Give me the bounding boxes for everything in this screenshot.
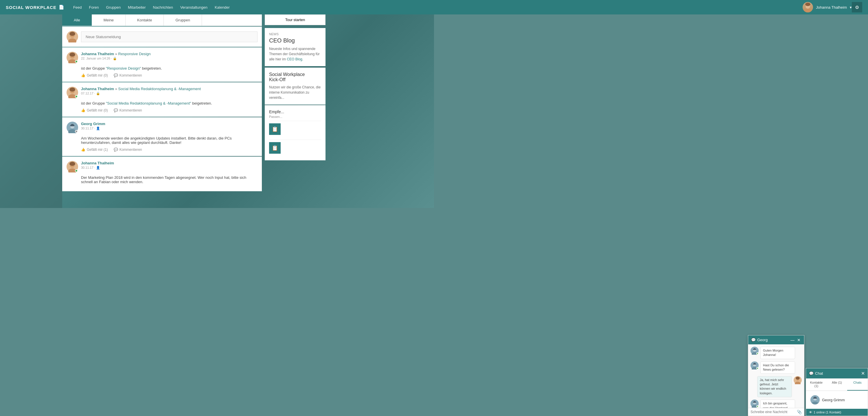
tab-alle[interactable]: Alle xyxy=(62,14,92,26)
post-1-comment[interactable]: 💬 Kommentieren xyxy=(114,73,142,77)
logo-icon: 📄 xyxy=(59,5,64,10)
online-indicator xyxy=(75,95,78,98)
news-label: News xyxy=(269,32,321,36)
post-1-author: Johanna Thalheim xyxy=(81,52,114,56)
comment-icon: 💬 xyxy=(114,148,118,152)
post-2-group: Social Media Redaktionsplanung & -Manage… xyxy=(118,87,201,91)
offline-indicator xyxy=(75,130,78,133)
like-icon: 👍 xyxy=(81,108,85,112)
content-wrapper: Alle Meine Kontakte Gruppen xyxy=(0,14,434,208)
tour-button[interactable]: Tour starten xyxy=(265,14,326,25)
post-4-author: Johanna Thalheim xyxy=(81,161,114,165)
post-3: Georg Grimm 30.11.17 · 👤 Am Wochenende w… xyxy=(62,117,262,156)
post-4-meta: Johanna Thalheim 30.11.17 · 👤 xyxy=(81,161,257,170)
post-1-actions: 👍 Gefällt mir (0) 💬 Kommentieren xyxy=(66,73,257,77)
post-4: Johanna Thalheim 30.11.17 · 👤 Der Market… xyxy=(62,157,262,191)
tab-gruppen[interactable]: Gruppen xyxy=(164,14,202,26)
post-1-header: Johanna Thalheim » Responsive Design 22.… xyxy=(66,52,257,63)
like-icon: 👍 xyxy=(81,148,85,152)
ceo-blog-link[interactable]: CEO Blog. xyxy=(287,57,303,61)
svg-point-11 xyxy=(69,53,75,57)
empf-title: Empfe... xyxy=(269,109,321,114)
ceo-blog-title: CEO Blog xyxy=(269,37,321,44)
post-2-meta: Johanna Thalheim » Social Media Redaktio… xyxy=(81,87,257,95)
social-workplace-title: Social WorkplaceKick-Off xyxy=(269,72,321,82)
post-3-date: 30.11.17 · 👤 xyxy=(81,127,257,130)
post-2-title: Johanna Thalheim » Social Media Redaktio… xyxy=(81,87,257,91)
post-2-author: Johanna Thalheim xyxy=(81,87,114,91)
comment-icon: 💬 xyxy=(114,73,118,77)
status-avatar xyxy=(66,31,78,42)
recommendations-section: Empfe... Passen... 📋 📋 xyxy=(265,105,326,160)
post-2: Johanna Thalheim » Social Media Redaktio… xyxy=(62,82,262,117)
post-3-author: Georg Grimm xyxy=(81,122,105,126)
post-4-title: Johanna Thalheim xyxy=(81,161,257,165)
nav-foren[interactable]: Foren xyxy=(89,5,99,9)
post-2-date: 07.12.17 · 🔒 xyxy=(81,92,257,95)
post-2-comment[interactable]: 💬 Kommentieren xyxy=(114,108,142,112)
empf-icon-2: 📋 xyxy=(269,142,281,154)
nav-veranstaltungen[interactable]: Veranstaltungen xyxy=(180,5,208,9)
status-input[interactable] xyxy=(81,32,257,42)
post-1-arrow: » xyxy=(115,52,118,56)
post-2-group-link[interactable]: "Social Media Redaktionsplanung & -Manag… xyxy=(106,101,191,105)
post-2-content: ist der Gruppe "Social Media Redaktionsp… xyxy=(66,101,257,105)
empf-item-2: 📋 xyxy=(269,140,321,156)
post-4-header: Johanna Thalheim 30.11.17 · 👤 xyxy=(66,161,257,172)
post-4-content: Der Marketing Plan 2018 wird in den komm… xyxy=(66,175,257,184)
post-3-header: Georg Grimm 30.11.17 · 👤 xyxy=(66,122,257,133)
svg-point-7 xyxy=(69,32,75,36)
feed-area: Alle Meine Kontakte Gruppen xyxy=(62,14,262,208)
post-2-avatar xyxy=(66,87,78,98)
post-1-avatar xyxy=(66,52,78,63)
post-3-content: Am Wochenende werden die angekündigten U… xyxy=(66,136,257,145)
post-2-like[interactable]: 👍 Gefällt mir (0) xyxy=(81,108,108,112)
nav-mitarbeiter[interactable]: Mitarbeiter xyxy=(128,5,146,9)
tab-bar: Alle Meine Kontakte Gruppen xyxy=(62,14,262,26)
header: SOCIAL WORKPLACE 📄 Feed Foren Gruppen Mi… xyxy=(0,0,434,14)
nav-feed[interactable]: Feed xyxy=(73,5,82,9)
post-1-date: 22. Januar um 14:26 · 🔒 xyxy=(81,57,257,60)
online-indicator xyxy=(75,169,78,172)
svg-point-15 xyxy=(69,88,75,92)
social-workplace-text: Nutzen wir die große Chance, die interne… xyxy=(269,84,321,100)
post-1-content: ist der Gruppe "Responsive Design" beige… xyxy=(66,66,257,70)
nav-gruppen[interactable]: Gruppen xyxy=(106,5,121,9)
post-1: Johanna Thalheim » Responsive Design 22.… xyxy=(62,47,262,82)
post-1-group: Responsive Design xyxy=(118,52,151,56)
empf-icon-1: 📋 xyxy=(269,124,281,135)
sidebar-right: Tour starten News CEO Blog Neueste Infos… xyxy=(265,14,326,208)
post-3-actions: 👍 Gefällt mir (1) 💬 Kommentieren xyxy=(66,148,257,152)
online-indicator xyxy=(75,60,78,63)
post-4-avatar xyxy=(66,161,78,172)
status-box xyxy=(62,27,262,47)
comment-icon: 💬 xyxy=(114,108,118,112)
logo: SOCIAL WORKPLACE 📄 xyxy=(6,5,64,10)
news-section: News CEO Blog Neueste Infos und spannend… xyxy=(265,28,326,66)
tab-meine[interactable]: Meine xyxy=(92,14,126,26)
social-workplace-section: Social WorkplaceKick-Off Nutzen wir die … xyxy=(265,68,326,105)
main-container: Alle Meine Kontakte Gruppen xyxy=(0,14,434,208)
post-1-group-link[interactable]: "Responsive Design" xyxy=(106,66,141,70)
nav-nachrichten[interactable]: Nachrichten xyxy=(153,5,173,9)
post-3-title: Georg Grimm xyxy=(81,122,257,126)
nav-kalender[interactable]: Kalender xyxy=(215,5,230,9)
empf-item-1: 📋 xyxy=(269,121,321,137)
post-4-date: 30.11.17 · 👤 xyxy=(81,166,257,170)
post-3-comment[interactable]: 💬 Kommentieren xyxy=(114,148,142,152)
post-3-like[interactable]: 👍 Gefällt mir (1) xyxy=(81,148,108,152)
ceo-blog-text: Neueste Infos und spannende Themen der G… xyxy=(269,46,321,62)
post-1-title: Johanna Thalheim » Responsive Design xyxy=(81,52,257,56)
logo-text: SOCIAL WORKPLACE xyxy=(6,5,56,10)
post-2-actions: 👍 Gefällt mir (0) 💬 Kommentieren xyxy=(66,108,257,112)
svg-point-23 xyxy=(69,162,75,166)
empf-sub: Passen... xyxy=(269,115,321,118)
like-icon: 👍 xyxy=(81,73,85,77)
post-2-header: Johanna Thalheim » Social Media Redaktio… xyxy=(66,87,257,98)
post-3-meta: Georg Grimm 30.11.17 · 👤 xyxy=(81,122,257,130)
post-3-avatar xyxy=(66,122,78,133)
post-1-like[interactable]: 👍 Gefällt mir (0) xyxy=(81,73,108,77)
main-nav: Feed Foren Gruppen Mitarbeiter Nachricht… xyxy=(73,5,434,9)
post-1-meta: Johanna Thalheim » Responsive Design 22.… xyxy=(81,52,257,60)
tab-kontakte[interactable]: Kontakte xyxy=(126,14,164,26)
